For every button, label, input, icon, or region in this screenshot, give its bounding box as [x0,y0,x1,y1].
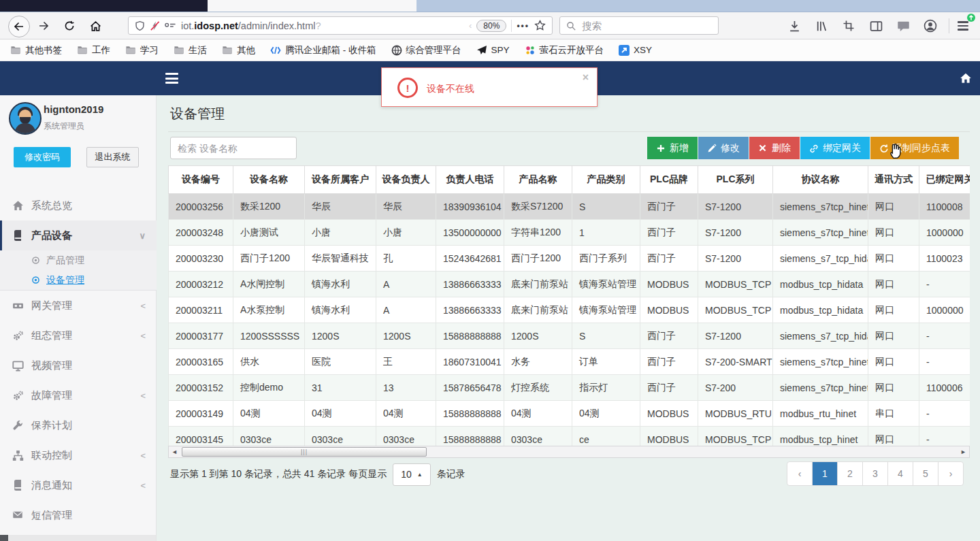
change-password-button[interactable]: 修改密码 [14,147,71,167]
table-cell[interactable]: 网口 [868,194,919,220]
table-cell[interactable]: 04测 [376,401,436,427]
table-cell[interactable]: 王 [376,349,436,375]
browser-home-button[interactable] [88,20,102,32]
table-row[interactable]: 200003165供水医院王18607310041水务订单西门子S7-200-S… [169,349,970,375]
table-cell[interactable]: 西门子 [640,323,698,349]
horizontal-scrollbar[interactable]: ◄ ||| ► [168,446,970,458]
bookmark-item[interactable]: SPY [476,45,510,56]
table-cell[interactable]: 1100023 [919,246,970,272]
table-cell[interactable]: A [376,297,436,323]
table-cell[interactable]: MODBUS [640,272,698,297]
table-cell[interactable]: MODBUS [640,427,698,446]
account-icon[interactable] [923,18,938,33]
bookmark-item[interactable]: XSY [619,45,652,56]
table-cell[interactable]: modbus_tcp_hidata [773,297,868,323]
pocket-bubble-icon[interactable] [896,18,911,33]
device-search-input[interactable] [170,137,297,159]
table-cell[interactable]: siemens_s7tcp_hinet [773,349,868,375]
table-cell[interactable]: 孔 [376,246,436,272]
table-cell[interactable]: 18607310041 [436,349,504,375]
table-cell[interactable]: MODBUS [640,297,698,323]
table-cell[interactable]: 网口 [868,272,919,297]
table-row[interactable]: 2000031771200SSSSSS1200S1200S15888888888… [169,323,970,349]
close-icon[interactable]: × [583,71,589,84]
sidebar-item[interactable]: 组态管理< [0,321,157,350]
table-row[interactable]: 200003152控制demo311315878656478灯控系统指示灯西门子… [169,375,970,401]
table-cell[interactable]: 13886663333 [436,272,504,297]
sidebar-item[interactable]: 联动控制< [0,440,157,470]
table-cell[interactable]: 1200S [376,323,436,349]
table-cell[interactable]: 04测 [572,401,640,427]
table-cell[interactable]: modbus_tcp_hinet [773,427,868,446]
table-cell[interactable]: 1200S [305,323,376,349]
table-cell[interactable]: 镇海泵站管理 [572,272,640,297]
table-cell[interactable]: 13 [376,375,436,401]
downloads-icon[interactable] [787,18,802,33]
column-header[interactable]: 设备负责人 [376,166,436,194]
zoom-level-badge[interactable]: 80% [476,20,506,32]
table-cell[interactable]: - [919,272,970,297]
bookmark-item[interactable]: 萤石云开放平台 [525,44,604,56]
page-actions-icon[interactable]: ••• [517,21,529,31]
app-home-icon[interactable] [960,72,972,84]
forward-button[interactable] [37,20,50,32]
table-cell[interactable]: MODBUS [640,401,698,427]
table-cell[interactable]: 网口 [868,323,919,349]
table-cell[interactable]: 04测 [504,401,572,427]
browser-search-input[interactable] [581,20,712,32]
table-cell[interactable]: MODBUS_TCP [698,272,773,297]
table-cell[interactable]: siemens_s7tcp_hinet [773,375,868,401]
table-row[interactable]: 200003230西门子1200华辰智通科技孔15243642681西门子120… [169,246,970,272]
table-row[interactable]: 200003212A水闸控制镇海水利A13886663333底来门前泵站镇海泵站… [169,272,970,297]
table-row[interactable]: 20000314904测04测04测1588888888804测04测MODBU… [169,401,970,427]
table-cell[interactable]: 小唐测试 [233,220,305,246]
screenshot-icon[interactable] [841,18,856,33]
table-cell[interactable]: S7-1200 [698,220,773,246]
table-cell[interactable]: 订单 [572,349,640,375]
column-header[interactable]: 设备编号 [169,166,233,194]
table-cell[interactable]: 网口 [868,297,919,323]
table-cell[interactable]: 镇海水利 [305,272,376,297]
table-cell[interactable]: A [376,272,436,297]
table-cell[interactable]: 供水 [233,349,305,375]
table-cell[interactable]: 华辰智通科技 [305,246,376,272]
table-cell[interactable]: A水泵控制 [233,297,305,323]
column-header[interactable]: 通讯方式 [868,166,919,194]
scrollbar-thumb[interactable]: ||| [182,447,427,457]
bookmark-item[interactable]: 生活 [174,44,207,56]
back-button[interactable] [8,16,30,37]
scrollbar-thumb[interactable] [0,535,8,541]
column-header[interactable]: 产品名称 [504,166,572,194]
table-cell[interactable]: ce [572,427,640,446]
table-cell[interactable]: 18390936104 [436,194,504,220]
page-next[interactable]: › [938,462,963,485]
table-cell[interactable]: 0303ce [233,427,305,446]
table-row[interactable]: 2000031450303ce0303ce0303ce1588888888803… [169,427,970,446]
table-cell[interactable]: A水闸控制 [233,272,305,297]
table-cell[interactable]: 15888888888 [436,323,504,349]
logout-button[interactable]: 退出系统 [86,147,139,167]
column-header[interactable]: 设备名称 [233,166,305,194]
table-cell[interactable]: 15888888888 [436,401,504,427]
table-cell[interactable]: 200003152 [169,375,233,401]
table-cell[interactable]: siemens_s7_tcp_hidata [773,323,868,349]
sidebar-item[interactable]: 视频管理 [0,350,157,380]
table-cell[interactable]: 西门子1200 [233,246,305,272]
table-cell[interactable]: 200003212 [169,272,233,297]
library-icon[interactable] [814,18,829,33]
table-cell[interactable]: - [919,323,970,349]
bookmark-item[interactable]: 其他 [222,44,255,56]
table-cell[interactable]: 医院 [305,349,376,375]
table-cell[interactable]: 华辰 [305,194,376,220]
table-cell[interactable]: 200003165 [169,349,233,375]
table-cell[interactable]: 西门子 [640,220,698,246]
table-cell[interactable]: 31 [305,375,376,401]
table-cell[interactable]: 西门子 [640,246,698,272]
page-3[interactable]: 3 [862,462,887,485]
table-cell[interactable]: siemens_s7tcp_hinet [773,194,868,220]
edit-button[interactable]: 修改 [698,137,749,159]
table-cell[interactable]: MODBUS_TCP [698,427,773,446]
table-cell[interactable]: 200003145 [169,427,233,446]
active-tab[interactable] [208,0,416,12]
table-cell[interactable]: 200003211 [169,297,233,323]
